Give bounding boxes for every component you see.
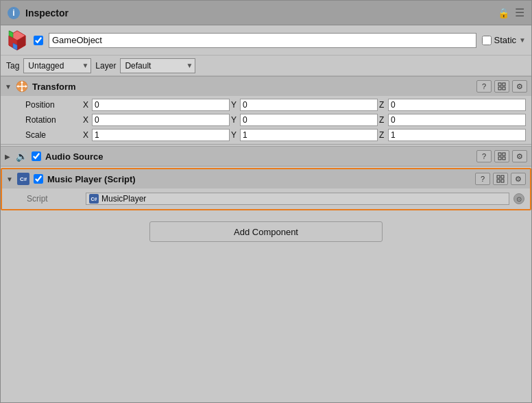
layer-select[interactable]: Default TransparentFX UI [120,58,195,73]
rotation-x-item: X [83,114,230,126]
cube-icon [6,29,28,51]
speaker-icon: 🔊 [16,151,27,162]
transform-buttons: ? ⚙ [476,80,527,93]
audio-gear-btn[interactable]: ⚙ [512,150,527,162]
static-dropdown-arrow[interactable]: ▼ [519,36,526,44]
svg-rect-22 [497,175,500,178]
transform-collapse-arrow[interactable]: ▼ [5,83,12,90]
music-player-body: Script C# MusicPlayer ⊙ [2,188,530,209]
svg-rect-18 [498,153,501,156]
lock-icon[interactable]: 🔒 [498,8,509,19]
tag-select-wrapper: Untagged MainCamera Player ▼ [23,58,91,73]
add-component-button[interactable]: Add Component [149,221,383,242]
music-player-header: ▼ C# Music Player (Script) ? ⚙ [2,169,530,188]
svg-rect-19 [503,153,505,156]
script-label: Script [27,194,82,204]
rotation-y-input[interactable] [240,114,378,126]
scale-y-input[interactable] [240,129,378,141]
position-y-input[interactable] [240,99,378,111]
static-label: Static [494,35,517,45]
svg-rect-23 [501,175,504,178]
rotation-label: Rotation [25,115,80,125]
rotation-z-item: Z [379,114,526,126]
gameobject-row: Static ▼ [1,25,531,56]
position-x-label: X [83,100,91,110]
music-help-btn[interactable]: ? [475,173,490,185]
rotation-y-item: Y [231,114,378,126]
transform-help-btn[interactable]: ? [476,80,492,93]
position-z-label: Z [379,100,387,110]
audio-source-title: Audio Source [45,151,472,162]
title-bar: i Inspector 🔒 ☰ [1,1,531,25]
layer-label: Layer [95,61,116,71]
scale-label: Scale [25,130,80,140]
position-x-input[interactable] [92,99,230,111]
rotation-z-label: Z [379,115,387,125]
position-xyz: X Y Z [83,99,526,111]
scale-z-label: Z [379,130,387,140]
audio-layout-btn[interactable] [494,150,509,162]
gameobject-active-checkbox[interactable] [34,36,43,45]
info-icon: i [8,7,20,19]
audio-source-section: ▶ 🔊 Audio Source ? ⚙ [1,146,531,167]
music-collapse-arrow[interactable]: ▼ [6,175,13,183]
audio-source-header: ▶ 🔊 Audio Source ? ⚙ [1,147,531,166]
position-y-item: Y [231,99,378,111]
audio-help-btn[interactable]: ? [476,150,492,162]
gameobject-name-input[interactable] [49,33,476,48]
transform-gear-btn[interactable]: ⚙ [512,80,527,93]
scale-row: Scale X Y Z [1,127,531,143]
scale-z-item: Z [379,129,526,141]
music-player-title: Music Player (Script) [47,174,471,184]
scale-x-input[interactable] [92,129,230,141]
audio-buttons: ? ⚙ [476,150,527,162]
music-gear-btn[interactable]: ⚙ [511,173,526,185]
rotation-xyz: X Y Z [83,114,526,126]
scale-y-item: Y [231,129,378,141]
transform-layout-btn[interactable] [494,80,509,93]
script-row: Script C# MusicPlayer ⊙ [27,191,524,206]
tag-label: Tag [6,61,19,71]
layer-select-wrapper: Default TransparentFX UI ▼ [120,58,195,73]
script-field: C# MusicPlayer [86,193,509,205]
position-x-item: X [83,99,230,111]
rotation-y-label: Y [231,115,239,125]
scale-y-label: Y [231,130,239,140]
script-select-btn[interactable]: ⊙ [513,193,524,204]
music-player-section: ▼ C# Music Player (Script) ? ⚙ Script C#… [1,168,531,210]
svg-rect-17 [503,87,505,90]
tag-select[interactable]: Untagged MainCamera Player [23,58,91,73]
transform-section: ▼ Transform ? ⚙ Pos [1,76,531,145]
transform-title: Transform [32,82,472,92]
svg-rect-16 [498,87,501,90]
music-layout-btn[interactable] [493,173,508,185]
svg-rect-24 [497,180,500,182]
transform-body: Position X Y Z [1,96,531,144]
transform-icon [16,80,28,93]
scale-xyz: X Y Z [83,129,526,141]
music-buttons: ? ⚙ [475,173,526,185]
menu-icon[interactable]: ☰ [515,6,524,19]
static-checkbox[interactable] [482,36,492,45]
music-active-checkbox[interactable] [34,174,43,184]
inspector-window: i Inspector 🔒 ☰ Static ▼ Tag [0,0,532,403]
position-label: Position [25,100,80,110]
audio-active-checkbox[interactable] [32,151,41,161]
audio-collapse-arrow[interactable]: ▶ [5,153,12,160]
window-title: Inspector [25,8,69,19]
rotation-x-input[interactable] [92,114,230,126]
position-row: Position X Y Z [1,97,531,112]
svg-rect-14 [498,83,501,86]
csharp-icon: C# [17,173,29,185]
svg-rect-15 [503,83,505,86]
add-component-area: Add Component [1,210,531,253]
position-z-input[interactable] [388,99,526,111]
svg-rect-21 [503,157,505,160]
rotation-row: Rotation X Y Z [1,112,531,127]
scale-z-input[interactable] [388,129,526,141]
position-y-label: Y [231,100,239,110]
scale-x-item: X [83,129,230,141]
rotation-z-input[interactable] [388,114,526,126]
script-name: MusicPlayer [101,194,146,204]
svg-rect-25 [501,180,504,182]
